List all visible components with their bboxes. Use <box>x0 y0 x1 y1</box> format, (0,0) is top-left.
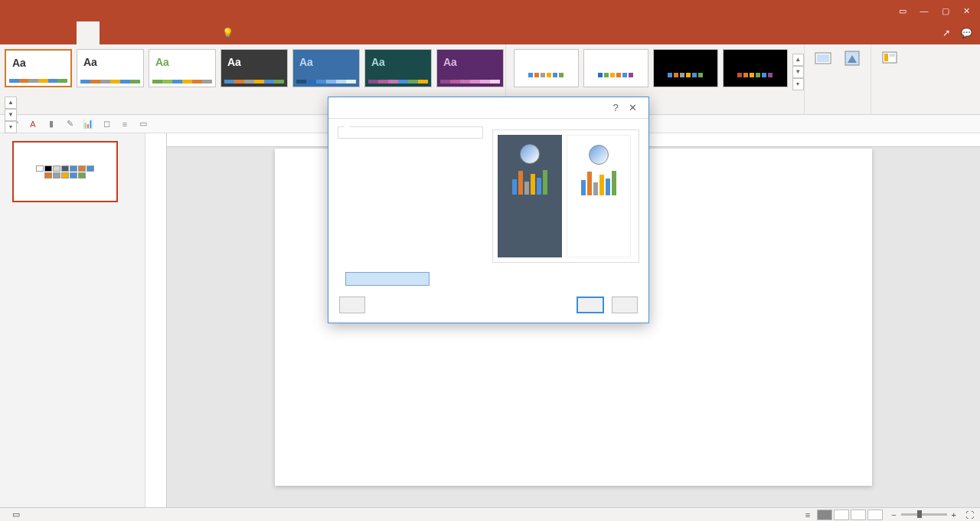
theme-thumb[interactable]: Aa <box>292 49 360 87</box>
tab-animations[interactable] <box>122 21 145 44</box>
sample-light-panel <box>567 135 631 257</box>
close-icon[interactable]: ✕ <box>962 5 972 16</box>
minimize-icon[interactable]: — <box>919 5 929 16</box>
align-icon[interactable]: ≡ <box>118 117 132 131</box>
maximize-icon[interactable]: ▢ <box>940 5 951 16</box>
share-button[interactable]: ↗ <box>942 21 961 44</box>
sorter-view-icon[interactable] <box>834 510 849 520</box>
save-button[interactable] <box>577 297 604 313</box>
ribbon-display-icon[interactable]: ▭ <box>897 5 908 16</box>
tab-file[interactable] <box>8 21 31 44</box>
theme-thumb[interactable]: Aa <box>5 49 72 87</box>
customize-group <box>804 44 871 114</box>
tab-insert[interactable] <box>54 21 77 44</box>
spellcheck-icon[interactable]: ▭ <box>12 510 20 519</box>
ribbon-tabs: 💡 ↗ 💬 <box>0 21 980 44</box>
pen-icon[interactable]: ✎ <box>63 117 77 131</box>
share-icon: ↗ <box>942 28 950 38</box>
sample-dark-panel <box>498 135 562 257</box>
designer-group <box>871 44 908 114</box>
zoom-in-icon[interactable]: + <box>952 510 956 519</box>
reset-button[interactable] <box>339 297 365 313</box>
theme-thumb[interactable]: Aa <box>77 49 144 87</box>
design-ideas-button[interactable] <box>877 48 902 114</box>
tab-view[interactable] <box>191 21 214 44</box>
shape-icon[interactable]: ◻ <box>100 117 113 131</box>
zoom-out-icon[interactable]: − <box>891 510 896 519</box>
slide-panel[interactable] <box>0 133 145 507</box>
variant-thumb[interactable] <box>723 49 788 87</box>
sample-shape-icon <box>520 144 540 164</box>
tab-slideshow[interactable] <box>145 21 168 44</box>
theme-colors-fieldset <box>338 126 483 139</box>
slide-thumbnail[interactable] <box>12 141 118 202</box>
theme-thumb[interactable]: Aa <box>436 49 504 87</box>
bulb-icon: 💡 <box>222 28 234 38</box>
variant-thumb[interactable] <box>583 49 648 87</box>
chart-icon[interactable]: 📊 <box>81 117 95 131</box>
tab-design[interactable] <box>77 21 100 44</box>
variants-scroll[interactable]: ▲▼▾ <box>792 54 804 114</box>
reading-view-icon[interactable] <box>851 510 866 520</box>
help-icon[interactable]: ? <box>607 102 624 113</box>
normal-view-icon[interactable] <box>817 510 832 520</box>
font-color-icon[interactable]: A <box>26 117 40 131</box>
mini-swatches <box>34 165 96 179</box>
variant-thumb[interactable] <box>514 49 579 87</box>
status-bar: ▭ ≡ − + ⛶ <box>0 507 980 521</box>
theme-thumb[interactable]: Aa <box>220 49 288 87</box>
theme-name-input[interactable] <box>345 272 430 286</box>
themes-scroll[interactable]: ▲▼▾ <box>5 97 17 133</box>
svg-rect-1 <box>817 54 829 62</box>
rect-icon[interactable]: ▭ <box>136 117 150 131</box>
create-theme-colors-dialog: ? ✕ <box>328 97 649 323</box>
dialog-titlebar: ? ✕ <box>328 97 648 119</box>
dialog-close-icon[interactable]: ✕ <box>624 102 641 113</box>
highlight-icon[interactable]: ▮ <box>44 117 58 131</box>
slide-size-button[interactable] <box>811 48 835 114</box>
notes-button[interactable]: ≡ <box>805 510 810 519</box>
theme-thumb[interactable]: Aa <box>364 49 432 87</box>
slideshow-view-icon[interactable] <box>867 510 883 520</box>
zoom-slider[interactable] <box>901 513 947 516</box>
sample-preview <box>492 129 639 263</box>
format-background-button[interactable] <box>840 48 864 114</box>
tab-transitions[interactable] <box>100 21 122 44</box>
vertical-ruler <box>145 133 167 507</box>
comments-icon[interactable]: 💬 <box>961 21 980 44</box>
cancel-button[interactable] <box>612 297 638 313</box>
theme-thumb[interactable]: Aa <box>149 49 216 87</box>
tell-me[interactable]: 💡 <box>222 21 237 44</box>
variant-thumb[interactable] <box>653 49 718 87</box>
title-bar: ▭ — ▢ ✕ <box>0 0 980 21</box>
name-row <box>328 267 648 290</box>
sample-shape-icon <box>589 145 609 165</box>
tab-review[interactable] <box>168 21 191 44</box>
fit-to-window-icon[interactable]: ⛶ <box>965 510 974 519</box>
tab-home[interactable] <box>31 21 54 44</box>
